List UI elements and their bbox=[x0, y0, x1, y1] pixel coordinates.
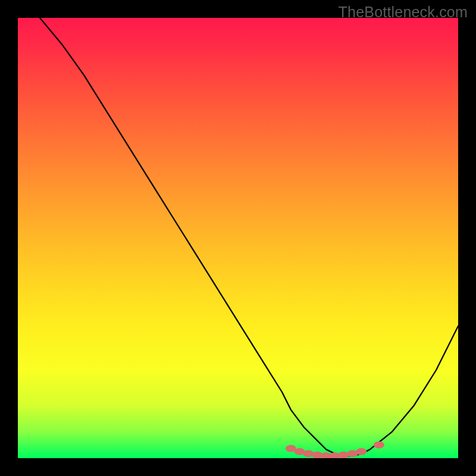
bottleneck-curve bbox=[40, 18, 458, 456]
highlight-dot bbox=[303, 450, 314, 458]
highlight-dot bbox=[374, 441, 384, 449]
plot-area bbox=[18, 18, 458, 458]
chart-frame: TheBottleneck.com bbox=[0, 0, 476, 476]
curve-layer bbox=[18, 18, 458, 458]
highlight-dot bbox=[356, 448, 367, 455]
watermark-text: TheBottleneck.com bbox=[339, 4, 468, 21]
